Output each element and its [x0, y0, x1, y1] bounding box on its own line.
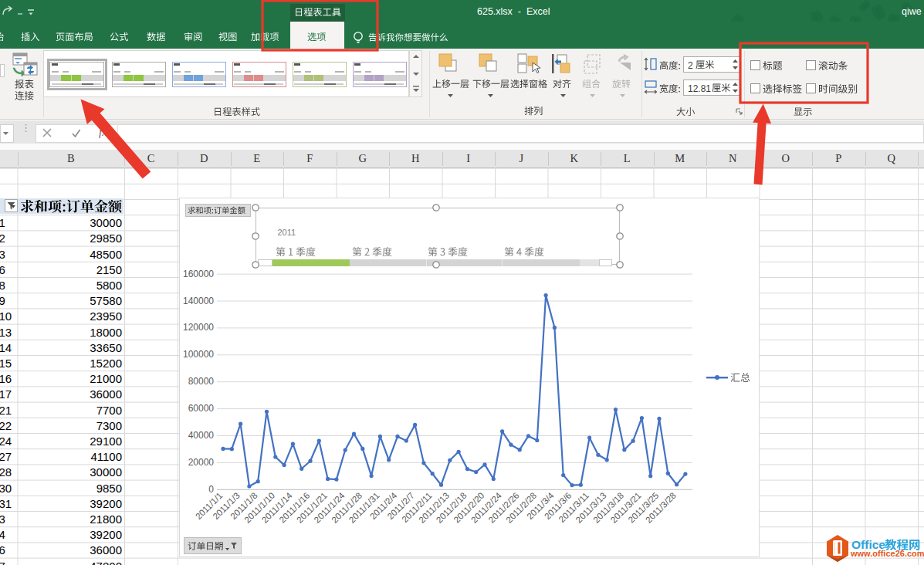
svg-text:140000: 140000	[183, 296, 214, 306]
svg-text:0: 0	[208, 484, 214, 495]
svg-text:120000: 120000	[183, 322, 214, 333]
svg-text:20000: 20000	[188, 457, 215, 468]
svg-text:40000: 40000	[188, 430, 215, 441]
svg-text:100000: 100000	[183, 349, 214, 360]
svg-text:60000: 60000	[188, 403, 215, 414]
svg-text:80000: 80000	[188, 376, 215, 387]
svg-text:160000: 160000	[183, 269, 214, 279]
